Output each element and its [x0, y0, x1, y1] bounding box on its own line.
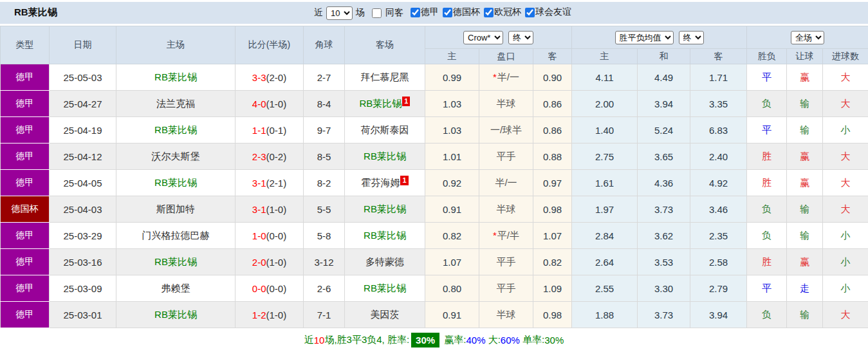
result-handicap: 赢	[787, 249, 823, 275]
result-handicap: 赢	[787, 170, 823, 196]
score: 1-1(0-1)	[235, 117, 304, 144]
league-filter-0[interactable]: 德甲	[407, 6, 439, 18]
team-name: RB莱比锡	[154, 309, 197, 320]
avg-type-select[interactable]: 胜平负均值	[615, 31, 674, 44]
team-name: 门兴格拉德巴赫	[142, 230, 210, 241]
fulltime-score: 0-0	[252, 283, 266, 294]
avg-period-select[interactable]: 终	[679, 31, 704, 44]
avg-home: 1.97	[572, 196, 638, 223]
table-row: 德甲 25-04-19 RB莱比锡 1-1(0-1) 9-7 荷尔斯泰因 1.0…	[1, 117, 868, 144]
summary-segment: 60%	[501, 335, 520, 346]
avg-home: 2.64	[572, 249, 638, 275]
table-row: 德甲 25-04-12 沃尔夫斯堡 2-3(0-2) 8-5 RB莱比锡 1.0…	[1, 144, 868, 170]
team-name: 多特蒙德	[365, 256, 404, 267]
summary-segment: 赢率:	[441, 334, 466, 346]
bookmaker-select[interactable]: Crow*	[463, 31, 503, 44]
avg-away: 2.40	[690, 144, 747, 170]
scope-select[interactable]: 全场	[791, 31, 824, 44]
score: 2-0(1-0)	[235, 249, 304, 275]
league-filter-checkbox[interactable]	[411, 8, 420, 17]
odds-home: 0.99	[425, 64, 479, 91]
home-team: RB莱比锡	[116, 249, 235, 275]
halftime-score: (0-1)	[266, 125, 287, 136]
home-team: RB莱比锡	[116, 117, 235, 144]
live-star-icon: *	[493, 230, 497, 241]
near-label: 近	[314, 7, 323, 19]
odds-home: 1.01	[425, 144, 479, 170]
match-type-badge: 德甲	[1, 144, 50, 170]
league-filter-1[interactable]: 德国杯	[439, 6, 480, 18]
fulltime-score: 1-0	[252, 230, 266, 241]
result-goals: 大	[823, 302, 868, 328]
fulltime-score: 3-1	[252, 204, 266, 215]
match-date: 25-05-03	[50, 64, 116, 91]
odds-home: 0.82	[425, 223, 479, 249]
avg-home: 2.00	[572, 91, 638, 117]
home-team: RB莱比锡	[116, 302, 235, 328]
sub-header-handicap: 盘口	[479, 49, 533, 64]
summary-segment: 10	[314, 335, 325, 346]
result-wdl: 负	[747, 223, 787, 249]
near-count-select[interactable]: 10	[326, 6, 353, 20]
away-team: 多特蒙德	[345, 249, 425, 275]
summary-segment: 40%	[466, 335, 485, 346]
avg-home: 2.55	[572, 275, 638, 302]
fulltime-score: 2-3	[252, 151, 266, 162]
odds-away: 0.98	[533, 196, 572, 223]
handicap-line: 一/球半	[479, 117, 533, 144]
league-filter-checkbox[interactable]	[484, 8, 494, 17]
col-header-type: 类型	[1, 26, 50, 64]
odds-group-header: Crow* 终	[425, 26, 572, 49]
col-header-corner: 角球	[304, 26, 345, 64]
league-filters: 德甲德国杯欧冠杯球会友谊	[407, 6, 571, 19]
avg-away: 3.35	[690, 91, 747, 117]
league-filter-label: 欧冠杯	[494, 6, 521, 18]
table-row: 德甲 25-04-27 法兰克福 4-0(1-0) 8-4 RB莱比锡1 1.0…	[1, 91, 868, 117]
filter-controls: 近 10 场 同客 德甲德国杯欧冠杯球会友谊	[314, 5, 571, 21]
result-handicap: 输	[787, 223, 823, 249]
score: 3-1(1-0)	[235, 196, 304, 223]
league-filter-label: 球会友谊	[535, 6, 571, 18]
summary-segment: 场,胜3平3负4, 胜率:	[324, 334, 409, 346]
avg-home: 4.11	[572, 64, 638, 91]
team-name: 荷尔斯泰因	[361, 124, 409, 135]
odds-period-select[interactable]: 终	[508, 31, 533, 44]
league-filter-2[interactable]: 欧冠杯	[480, 6, 521, 18]
fulltime-score: 1-2	[252, 310, 266, 320]
result-goals: 小	[823, 249, 868, 275]
league-filter-3[interactable]: 球会友谊	[521, 6, 571, 18]
same-opponent-checkbox[interactable]	[372, 8, 382, 18]
sub-header-wdl: 胜负	[747, 49, 787, 64]
league-filter-checkbox[interactable]	[443, 8, 452, 17]
home-team: RB莱比锡	[116, 170, 235, 196]
team-name: RB莱比锡	[364, 151, 406, 162]
table-row: 德甲 25-03-29 门兴格拉德巴赫 1-0(0-0) 5-8 RB莱比锡 0…	[1, 223, 868, 249]
halftime-score: (1-0)	[266, 257, 287, 268]
away-team: 荷尔斯泰因	[345, 117, 425, 144]
games-label: 场	[356, 7, 365, 19]
match-type-badge: 德甲	[1, 223, 50, 249]
halftime-score: (1-0)	[266, 98, 287, 109]
avg-draw: 4.36	[638, 170, 690, 196]
match-date: 25-03-09	[50, 275, 116, 302]
col-header-score: 比分(半场)	[235, 26, 304, 64]
league-filter-checkbox[interactable]	[525, 8, 535, 17]
handicap-line: 半/一	[479, 170, 533, 196]
avg-draw: 3.65	[638, 144, 690, 170]
odds-home: 0.91	[425, 302, 479, 328]
match-type-badge: 德甲	[1, 64, 50, 91]
odds-away: 0.88	[533, 144, 572, 170]
result-handicap: 输	[787, 302, 823, 328]
red-card-badge: 1	[402, 97, 410, 106]
sub-header-odds-away: 客	[533, 49, 572, 64]
team-name: 法兰克福	[156, 98, 195, 109]
result-goals: 大	[823, 170, 868, 196]
halftime-score: (1-0)	[266, 310, 287, 320]
avg-away: 3.46	[690, 196, 747, 223]
match-date: 25-04-03	[50, 196, 116, 223]
odds-home: 0.91	[425, 196, 479, 223]
result-handicap: 输	[787, 196, 823, 223]
same-opponent-label: 同客	[385, 7, 403, 19]
handicap-line: 平手	[479, 144, 533, 170]
same-opponent-toggle[interactable]: 同客	[368, 7, 403, 19]
